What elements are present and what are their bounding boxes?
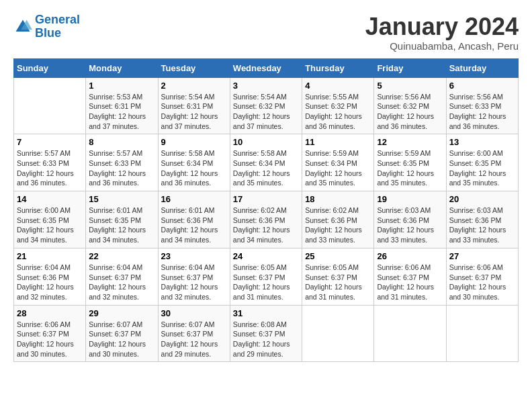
day-number: 29 [89,308,154,318]
logo-text: General Blue [35,13,80,40]
day-number: 8 [89,137,154,147]
calendar-cell: 6Sunrise: 5:56 AM Sunset: 6:33 PM Daylig… [446,77,518,134]
weekday-header-monday: Monday [86,58,158,77]
calendar-body: 1Sunrise: 5:53 AM Sunset: 6:31 PM Daylig… [14,77,519,362]
calendar-cell: 21Sunrise: 6:04 AM Sunset: 6:36 PM Dayli… [14,248,86,305]
day-info: Sunrise: 5:54 AM Sunset: 6:31 PM Dayligh… [161,92,227,132]
day-info: Sunrise: 5:56 AM Sunset: 6:33 PM Dayligh… [449,92,515,132]
day-number: 11 [305,137,371,147]
calendar-cell: 4Sunrise: 5:55 AM Sunset: 6:32 PM Daylig… [302,77,374,134]
calendar-cell: 18Sunrise: 6:02 AM Sunset: 6:36 PM Dayli… [302,191,374,248]
calendar-cell: 19Sunrise: 6:03 AM Sunset: 6:36 PM Dayli… [374,191,446,248]
weekday-header-tuesday: Tuesday [158,58,230,77]
day-info: Sunrise: 6:01 AM Sunset: 6:35 PM Dayligh… [89,205,154,245]
day-number: 16 [161,194,227,204]
weekday-header-saturday: Saturday [446,58,518,77]
calendar-cell: 3Sunrise: 5:54 AM Sunset: 6:32 PM Daylig… [230,77,302,134]
day-number: 15 [89,194,154,204]
day-info: Sunrise: 6:04 AM Sunset: 6:36 PM Dayligh… [17,263,83,302]
day-number: 3 [233,81,299,91]
week-row-5: 28Sunrise: 6:06 AM Sunset: 6:37 PM Dayli… [14,305,519,362]
day-info: Sunrise: 6:04 AM Sunset: 6:37 PM Dayligh… [89,263,154,302]
logo-blue: Blue [35,27,80,40]
calendar-cell: 25Sunrise: 6:05 AM Sunset: 6:37 PM Dayli… [302,248,374,305]
weekday-header-thursday: Thursday [302,58,374,77]
day-info: Sunrise: 6:05 AM Sunset: 6:37 PM Dayligh… [305,263,371,302]
day-number: 4 [305,81,371,91]
day-info: Sunrise: 6:03 AM Sunset: 6:36 PM Dayligh… [449,205,515,245]
calendar-cell [374,305,446,362]
day-info: Sunrise: 6:05 AM Sunset: 6:37 PM Dayligh… [233,263,299,302]
calendar-cell: 30Sunrise: 6:07 AM Sunset: 6:37 PM Dayli… [158,305,230,362]
calendar-cell: 17Sunrise: 6:02 AM Sunset: 6:36 PM Dayli… [230,191,302,248]
calendar-cell: 20Sunrise: 6:03 AM Sunset: 6:36 PM Dayli… [446,191,518,248]
day-info: Sunrise: 6:02 AM Sunset: 6:36 PM Dayligh… [233,205,299,245]
day-number: 5 [377,81,443,91]
title-block: January 2024 Quinuabamba, Ancash, Peru [365,13,519,52]
location-subtitle: Quinuabamba, Ancash, Peru [365,40,519,52]
day-info: Sunrise: 6:00 AM Sunset: 6:35 PM Dayligh… [449,148,515,188]
calendar-cell: 1Sunrise: 5:53 AM Sunset: 6:31 PM Daylig… [86,77,158,134]
month-title: January 2024 [365,13,519,40]
day-number: 9 [161,137,227,147]
day-info: Sunrise: 6:07 AM Sunset: 6:37 PM Dayligh… [89,320,154,359]
day-number: 25 [305,251,371,261]
calendar-cell: 10Sunrise: 5:58 AM Sunset: 6:34 PM Dayli… [230,134,302,191]
day-number: 22 [89,251,154,261]
day-info: Sunrise: 5:56 AM Sunset: 6:32 PM Dayligh… [377,92,443,132]
day-number: 20 [449,194,515,204]
day-number: 2 [161,81,227,91]
day-info: Sunrise: 6:06 AM Sunset: 6:37 PM Dayligh… [377,263,443,302]
day-info: Sunrise: 6:08 AM Sunset: 6:37 PM Dayligh… [233,320,299,359]
day-info: Sunrise: 5:57 AM Sunset: 6:33 PM Dayligh… [89,148,154,188]
day-number: 30 [161,308,227,318]
calendar-cell: 13Sunrise: 6:00 AM Sunset: 6:35 PM Dayli… [446,134,518,191]
day-info: Sunrise: 6:02 AM Sunset: 6:36 PM Dayligh… [305,205,371,245]
day-info: Sunrise: 5:54 AM Sunset: 6:32 PM Dayligh… [233,92,299,132]
day-info: Sunrise: 6:06 AM Sunset: 6:37 PM Dayligh… [449,263,515,302]
calendar-header: SundayMondayTuesdayWednesdayThursdayFrid… [14,58,519,77]
day-info: Sunrise: 6:00 AM Sunset: 6:35 PM Dayligh… [17,205,83,245]
calendar-cell: 11Sunrise: 5:59 AM Sunset: 6:34 PM Dayli… [302,134,374,191]
calendar-cell [14,77,86,134]
day-info: Sunrise: 5:59 AM Sunset: 6:34 PM Dayligh… [305,148,371,188]
day-info: Sunrise: 6:03 AM Sunset: 6:36 PM Dayligh… [377,205,443,245]
day-info: Sunrise: 5:57 AM Sunset: 6:33 PM Dayligh… [17,148,83,188]
day-number: 18 [305,194,371,204]
day-info: Sunrise: 5:58 AM Sunset: 6:34 PM Dayligh… [161,148,227,188]
day-number: 19 [377,194,443,204]
day-info: Sunrise: 6:04 AM Sunset: 6:37 PM Dayligh… [161,263,227,302]
day-number: 14 [17,194,83,204]
page-header: General Blue January 2024 Quinuabamba, A… [13,13,519,52]
day-number: 21 [17,251,83,261]
week-row-1: 1Sunrise: 5:53 AM Sunset: 6:31 PM Daylig… [14,77,519,134]
calendar-cell: 9Sunrise: 5:58 AM Sunset: 6:34 PM Daylig… [158,134,230,191]
calendar-cell [446,305,518,362]
calendar-cell: 28Sunrise: 6:06 AM Sunset: 6:37 PM Dayli… [14,305,86,362]
calendar-cell: 31Sunrise: 6:08 AM Sunset: 6:37 PM Dayli… [230,305,302,362]
day-number: 31 [233,308,299,318]
logo-icon [13,17,32,36]
weekday-header-wednesday: Wednesday [230,58,302,77]
calendar-cell: 14Sunrise: 6:00 AM Sunset: 6:35 PM Dayli… [14,191,86,248]
calendar-cell: 16Sunrise: 6:01 AM Sunset: 6:36 PM Dayli… [158,191,230,248]
calendar-table: SundayMondayTuesdayWednesdayThursdayFrid… [13,58,519,363]
calendar-cell: 29Sunrise: 6:07 AM Sunset: 6:37 PM Dayli… [86,305,158,362]
logo-general: General [35,13,80,26]
weekday-header-sunday: Sunday [14,58,86,77]
logo: General Blue [13,13,80,40]
week-row-3: 14Sunrise: 6:00 AM Sunset: 6:35 PM Dayli… [14,191,519,248]
day-info: Sunrise: 5:59 AM Sunset: 6:35 PM Dayligh… [377,148,443,188]
week-row-2: 7Sunrise: 5:57 AM Sunset: 6:33 PM Daylig… [14,134,519,191]
day-number: 23 [161,251,227,261]
day-number: 27 [449,251,515,261]
week-row-4: 21Sunrise: 6:04 AM Sunset: 6:36 PM Dayli… [14,248,519,305]
day-info: Sunrise: 6:01 AM Sunset: 6:36 PM Dayligh… [161,205,227,245]
day-number: 26 [377,251,443,261]
day-number: 1 [89,81,154,91]
calendar-cell [302,305,374,362]
day-number: 28 [17,308,83,318]
day-info: Sunrise: 6:06 AM Sunset: 6:37 PM Dayligh… [17,320,83,359]
calendar-cell: 22Sunrise: 6:04 AM Sunset: 6:37 PM Dayli… [86,248,158,305]
weekday-header-friday: Friday [374,58,446,77]
